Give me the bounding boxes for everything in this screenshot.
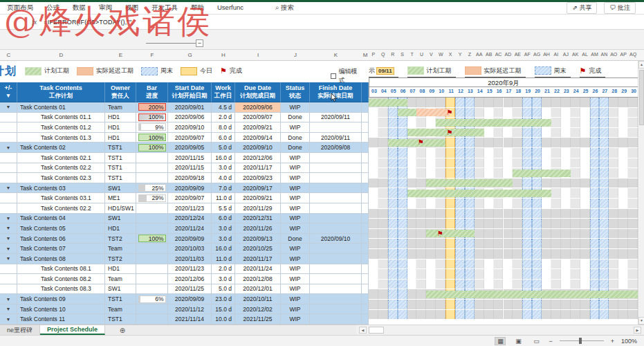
ribbon-tab-开发工具[interactable]: 开发工具 [151,3,178,12]
col-letter-Z[interactable]: Z [468,52,471,57]
gantt-cell[interactable] [388,209,398,219]
work-days-cell[interactable]: 5.0 d [212,284,235,295]
gantt-cell[interactable] [436,280,445,289]
task-name-cell[interactable]: Task Contents 01.1 [17,113,105,123]
gantt-cell[interactable] [504,168,513,178]
gantt-cell[interactable] [398,269,407,279]
gantt-cell[interactable] [628,269,638,279]
progress-bar-cell[interactable] [136,153,168,163]
gantt-cell[interactable] [551,229,561,239]
horizontal-scroll-thumb[interactable] [369,327,384,334]
owner-cell[interactable]: SW1 [105,183,136,194]
gantt-cell[interactable] [398,239,407,248]
finish-date-cell[interactable] [310,274,362,284]
gantt-cell[interactable] [407,148,417,158]
start-date-cell[interactable]: 2020/11/25 [168,284,212,295]
progress-bar-cell[interactable] [136,274,168,284]
start-date-cell[interactable]: 2020/10/03 [168,244,212,254]
finish-date-cell[interactable] [310,193,362,203]
page-break-view-button[interactable]: ▭ [531,337,542,345]
gantt-cell[interactable] [416,289,426,299]
col-letter-AO[interactable]: AO [610,52,617,57]
gantt-cell[interactable] [504,199,513,208]
gantt-cell[interactable] [571,179,580,188]
gantt-cell[interactable] [580,310,590,320]
gantt-cell[interactable] [388,108,398,118]
work-days-cell[interactable]: 15.0 d [212,304,235,315]
work-days-cell[interactable]: 3.0 d [212,163,235,174]
status-cell[interactable]: WIP [281,173,310,183]
gantt-cell[interactable] [388,158,398,168]
table-row[interactable]: ▼Task Contents 02TST1100%2020/09/055.0 d… [0,143,369,153]
gantt-cell[interactable] [628,188,638,198]
sheet-tab-milestone[interactable]: ne里程碑 [0,325,40,335]
finish-date-cell[interactable] [310,304,362,315]
progress-bar-cell[interactable]: 100% [136,234,168,244]
gantt-cell[interactable] [542,108,551,118]
col-letter-H[interactable]: H [221,52,226,58]
gantt-cell[interactable] [609,209,618,219]
table-row[interactable]: Task Contents 01.2HD19%2020/09/108.0 d20… [0,122,369,133]
finish-date-cell[interactable]: 2020/09/11 [310,113,362,123]
gantt-cell[interactable] [388,219,398,228]
gantt-cell[interactable] [542,138,551,147]
plan-bar[interactable] [426,230,474,237]
table-row[interactable]: Task Contents 01.1HD1100%2020/09/062.0 d… [0,113,369,123]
gantt-cell[interactable] [504,300,513,309]
gantt-cell[interactable] [369,209,378,219]
task-name-cell[interactable]: Task Contents 04 [17,214,105,224]
gantt-cell[interactable] [513,179,522,188]
table-row[interactable]: ▼Task Contents 11TST12021/11/1410.0 d202… [0,314,369,325]
gantt-cell[interactable] [407,118,417,127]
gantt-cell[interactable] [609,108,618,118]
gantt-cell[interactable] [398,300,407,309]
work-days-cell[interactable]: 2.0 d [212,113,235,123]
gantt-cell[interactable] [513,239,522,248]
gantt-cell[interactable] [455,158,465,168]
row-collapse-icon[interactable]: ▼ [0,304,17,315]
due-date-cell[interactable]: 2020/12/02 [235,304,281,315]
gantt-cell[interactable] [407,209,417,219]
gantt-cell[interactable] [388,310,398,320]
owner-cell[interactable]: HD1 [105,133,136,143]
gantt-cell[interactable] [513,199,522,208]
progress-bar-cell[interactable] [136,214,168,224]
gantt-cell[interactable] [455,209,465,219]
gantt-cell[interactable] [618,249,628,259]
vertical-scroll-thumb[interactable] [639,70,644,125]
gantt-cell[interactable] [590,239,600,248]
due-date-cell[interactable]: 2021/11/25 [235,314,281,325]
plan-bar[interactable] [513,170,570,177]
progress-bar-cell[interactable]: 100% [136,113,168,123]
gantt-cell[interactable] [436,300,445,309]
gantt-cell[interactable] [504,158,513,168]
gantt-cell[interactable] [436,209,445,219]
col-letter-Y[interactable]: Y [459,52,462,57]
gantt-cell[interactable] [561,188,571,198]
gantt-cell[interactable] [542,239,551,248]
gantt-cell[interactable] [426,118,436,127]
gantt-cell[interactable] [522,239,532,248]
gantt-cell[interactable] [532,260,542,269]
work-days-cell[interactable]: 11.0 d [212,254,235,264]
gantt-cell[interactable] [407,168,417,178]
owner-cell[interactable]: Team [105,244,136,254]
status-cell[interactable]: WIP [281,264,310,275]
due-date-cell[interactable]: 2020/11/17 [235,163,281,174]
gantt-cell[interactable] [522,138,532,147]
task-name-cell[interactable]: Task Contents 05 [17,224,105,234]
gantt-cell[interactable] [571,118,580,127]
gantt-cell[interactable] [609,98,618,107]
gantt-cell[interactable] [416,98,426,107]
plan-bar[interactable] [426,179,513,187]
table-row[interactable]: Task Contents 02.3TST12020/09/184.0 d202… [0,173,369,183]
gantt-cell[interactable] [628,118,638,127]
gantt-cell[interactable] [475,229,484,239]
col-letter-W[interactable]: W [439,52,443,57]
col-letter-S[interactable]: S [401,52,404,57]
gantt-cell[interactable] [609,280,618,289]
gantt-cell[interactable] [416,300,426,309]
gantt-cell[interactable] [618,199,628,208]
horizontal-scrollbar[interactable]: ◀ ▶ [356,325,644,334]
gantt-cell[interactable] [571,158,580,168]
